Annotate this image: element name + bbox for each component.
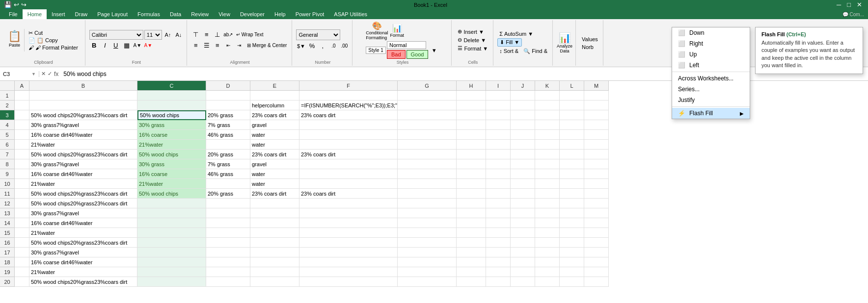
cell-g11[interactable]: [398, 189, 457, 199]
decrease-indent-btn[interactable]: ⇤: [223, 41, 233, 50]
cell-f14[interactable]: [299, 218, 398, 228]
cell-m11[interactable]: [584, 189, 609, 199]
cell-j20[interactable]: [511, 277, 535, 287]
increase-indent-btn[interactable]: ⇥: [234, 41, 244, 50]
decrease-font-btn[interactable]: A↓: [174, 30, 184, 40]
cell-c10[interactable]: 21%water: [137, 179, 206, 189]
minimize-btn[interactable]: ─: [835, 1, 843, 8]
cell-e10[interactable]: water: [250, 179, 299, 189]
cell-a14[interactable]: [15, 218, 29, 228]
cell-m10[interactable]: [584, 179, 609, 189]
row-header-19[interactable]: 19: [0, 267, 15, 277]
cell-m16[interactable]: [584, 238, 609, 248]
cell-reference-box[interactable]: C3 ▼: [0, 71, 39, 77]
cell-g12[interactable]: [398, 199, 457, 208]
cell-g19[interactable]: [398, 267, 457, 277]
cell-k8[interactable]: [535, 159, 560, 169]
cell-b3[interactable]: 50% wood chips20%grass23%coars dirt: [29, 110, 137, 120]
cell-k13[interactable]: [535, 208, 560, 218]
cell-f8[interactable]: [299, 159, 398, 169]
cell-j4[interactable]: [511, 120, 535, 130]
cell-d18[interactable]: [206, 257, 250, 267]
cell-d4[interactable]: 7% grass: [206, 120, 250, 130]
cell-i7[interactable]: [486, 150, 511, 159]
cell-c1[interactable]: [137, 91, 206, 101]
cell-l8[interactable]: [560, 159, 584, 169]
fill-across-item[interactable]: Across Worksheets...: [672, 73, 750, 84]
undo-btn[interactable]: ↩: [14, 1, 19, 8]
cell-ref-arrow[interactable]: ▼: [31, 72, 36, 76]
cell-g16[interactable]: [398, 238, 457, 248]
cell-h13[interactable]: [457, 208, 486, 218]
cell-d17[interactable]: [206, 248, 250, 257]
cell-k11[interactable]: [535, 189, 560, 199]
cell-l2[interactable]: [560, 101, 584, 110]
cut-button[interactable]: ✂ Cut: [27, 29, 80, 37]
cell-f10[interactable]: [299, 179, 398, 189]
col-header-l[interactable]: L: [560, 81, 584, 91]
cell-i4[interactable]: [486, 120, 511, 130]
fill-color-button[interactable]: A▼: [133, 41, 142, 50]
cell-h16[interactable]: [457, 238, 486, 248]
cell-j9[interactable]: [511, 169, 535, 179]
cell-g13[interactable]: [398, 208, 457, 218]
cell-f2[interactable]: =IF(ISNUMBER(SEARCH("%";E3));E3;""): [299, 101, 398, 110]
cell-d19[interactable]: [206, 267, 250, 277]
cell-e11[interactable]: 23% coars dirt: [250, 189, 299, 199]
cell-h17[interactable]: [457, 248, 486, 257]
cell-m2[interactable]: [584, 101, 609, 110]
cell-k4[interactable]: [535, 120, 560, 130]
align-middle-btn[interactable]: ≡: [202, 30, 212, 40]
cell-e7[interactable]: 23% coars dirt: [250, 150, 299, 159]
fill-right-item[interactable]: ⬜ Right: [672, 38, 750, 49]
cell-c17[interactable]: [137, 248, 206, 257]
cell-j2[interactable]: [511, 101, 535, 110]
cell-a16[interactable]: [15, 238, 29, 248]
cell-c5[interactable]: 16% coarse: [137, 130, 206, 140]
flash-fill-item[interactable]: ⚡ Flash Fill ▶: [672, 108, 750, 119]
insert-function-btn[interactable]: fx: [54, 71, 58, 77]
font-color-button[interactable]: A▼: [143, 41, 153, 50]
cell-l10[interactable]: [560, 179, 584, 189]
cell-i18[interactable]: [486, 257, 511, 267]
cell-k12[interactable]: [535, 199, 560, 208]
tab-powerpivot[interactable]: Power Pivot: [291, 9, 329, 19]
cell-k2[interactable]: [535, 101, 560, 110]
cell-f6[interactable]: [299, 140, 398, 150]
cell-e6[interactable]: water: [250, 140, 299, 150]
cell-a7[interactable]: [15, 150, 29, 159]
increase-decimal-btn[interactable]: .00: [339, 41, 349, 51]
cell-e15[interactable]: [250, 228, 299, 238]
number-format-select[interactable]: General: [296, 29, 340, 40]
wrap-text-button[interactable]: ↵ Wrap Text: [234, 30, 266, 40]
cell-l1[interactable]: [560, 91, 584, 101]
cell-a5[interactable]: [15, 130, 29, 140]
cell-i13[interactable]: [486, 208, 511, 218]
cell-l14[interactable]: [560, 218, 584, 228]
cell-e12[interactable]: [250, 199, 299, 208]
fill-left-item[interactable]: ⬜ Left: [672, 60, 750, 71]
cell-l5[interactable]: [560, 130, 584, 140]
col-header-a[interactable]: A: [15, 81, 29, 91]
confirm-formula-btn[interactable]: ✓: [48, 71, 52, 77]
cell-m20[interactable]: [584, 277, 609, 287]
cell-d13[interactable]: [206, 208, 250, 218]
cell-d3[interactable]: 20% grass: [206, 110, 250, 120]
cell-f13[interactable]: [299, 208, 398, 218]
col-header-d[interactable]: D: [206, 81, 250, 91]
cell-k7[interactable]: [535, 150, 560, 159]
cell-l7[interactable]: [560, 150, 584, 159]
cell-h8[interactable]: [457, 159, 486, 169]
cell-a17[interactable]: [15, 248, 29, 257]
cell-c2[interactable]: [137, 101, 206, 110]
cell-f1[interactable]: [299, 91, 398, 101]
paste-button[interactable]: 📋 Paste: [5, 29, 25, 51]
cell-f11[interactable]: 23% coars dirt: [299, 189, 398, 199]
cell-e3[interactable]: 23% coars dirt: [250, 110, 299, 120]
cell-h11[interactable]: [457, 189, 486, 199]
cell-m7[interactable]: [584, 150, 609, 159]
cell-d14[interactable]: [206, 218, 250, 228]
cell-a18[interactable]: [15, 257, 29, 267]
cell-l17[interactable]: [560, 248, 584, 257]
cell-l11[interactable]: [560, 189, 584, 199]
